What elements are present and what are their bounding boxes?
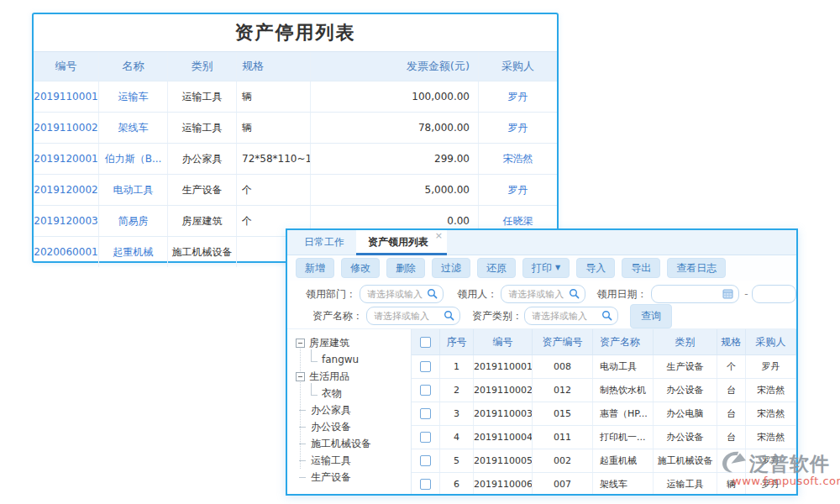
search-icon[interactable] — [601, 310, 612, 323]
row-checkbox[interactable] — [420, 432, 431, 443]
toolbar-button[interactable]: 还原 — [477, 258, 516, 278]
table-cell[interactable]: 伯力斯（B... — [99, 144, 168, 174]
checkbox-cell — [412, 449, 440, 472]
table-cell[interactable]: 011 — [533, 426, 593, 449]
table-cell[interactable]: 运输车 — [99, 81, 168, 112]
table-cell[interactable]: 宋浩然 — [479, 144, 557, 174]
table-cell[interactable]: 2019110006 — [474, 473, 533, 494]
tree-item[interactable]: 办公设备 — [296, 418, 411, 435]
table-cell[interactable]: 起重机械 — [593, 449, 654, 472]
close-icon[interactable]: × — [435, 231, 443, 241]
toolbar-button[interactable]: 导入 — [576, 258, 615, 278]
toolbar-button[interactable]: 查看日志 — [667, 258, 726, 278]
tree-item[interactable]: 运输工具 — [296, 452, 411, 469]
table-cell[interactable]: 宋浩然 — [746, 426, 796, 449]
table-cell[interactable]: 002 — [533, 449, 593, 472]
asset-type-input[interactable]: 请选择或输入 — [524, 307, 618, 325]
tree-item-label: 办公设备 — [311, 420, 351, 434]
search-icon[interactable] — [427, 288, 438, 302]
dept-input[interactable]: 请选择或输入 — [360, 285, 444, 303]
tree-item[interactable]: 生产设备 — [296, 469, 411, 486]
row-checkbox[interactable] — [420, 385, 431, 396]
table-cell: 78,000.00 — [311, 113, 479, 143]
collapse-icon[interactable] — [296, 372, 305, 381]
table-header-row: 序号编号资产编号资产名称类别规格采购人 — [412, 329, 796, 355]
date-range-separator: - — [744, 288, 748, 300]
collapse-icon[interactable] — [296, 339, 305, 348]
table-cell[interactable]: 2019120003 — [34, 206, 99, 236]
table-cell[interactable]: 架线车 — [99, 113, 168, 143]
table-cell: 5,000.00 — [311, 175, 479, 205]
table-cell[interactable]: 007 — [533, 473, 593, 494]
asset-name-input[interactable]: 请选择或输入 — [366, 307, 460, 325]
toolbar-button-label: 删除 — [396, 263, 416, 273]
table-cell[interactable]: 2020060001 — [34, 237, 99, 267]
tree-connector — [299, 427, 306, 428]
row-checkbox[interactable] — [420, 479, 431, 490]
table-cell[interactable]: 2019110002 — [34, 113, 99, 143]
table-cell[interactable]: 简易房 — [99, 206, 168, 236]
calendar-icon[interactable] — [722, 288, 733, 302]
toolbar-button-label: 过滤 — [441, 263, 461, 273]
table-cell[interactable]: 罗丹 — [479, 175, 557, 205]
table-cell[interactable]: 惠普（HP... — [593, 402, 654, 425]
toolbar-button[interactable]: 修改 — [341, 258, 380, 278]
toolbar-button[interactable]: 新增 — [296, 258, 334, 278]
table-cell[interactable]: 架线车 — [593, 473, 654, 494]
table-cell[interactable]: 电动工具 — [99, 175, 168, 205]
toolbar-button-label: 查看日志 — [676, 263, 717, 273]
select-all-checkbox[interactable] — [420, 337, 431, 348]
table-cell[interactable]: 起重机械 — [99, 237, 168, 267]
table-cell[interactable]: 2019110005 — [474, 449, 533, 472]
table-cell[interactable]: 2019110001 — [34, 81, 99, 112]
tree-connector — [299, 460, 306, 461]
row-checkbox[interactable] — [420, 361, 431, 372]
row-checkbox[interactable] — [420, 455, 431, 466]
tree-item[interactable]: 施工机械设备 — [296, 435, 411, 452]
table-cell: 办公家具 — [168, 144, 237, 174]
table-cell[interactable]: 罗丹 — [746, 355, 796, 378]
table-cell[interactable]: 宋浩然 — [746, 402, 796, 425]
table-cell[interactable]: 电动工具 — [593, 355, 654, 378]
table-header-row: 编号名称类别规格发票金额(元)采购人 — [34, 51, 557, 81]
table-cell[interactable]: 罗丹 — [479, 113, 557, 143]
toolbar-button[interactable]: 打印▼ — [522, 258, 570, 278]
table-cell[interactable]: 宋浩然 — [746, 379, 796, 402]
tab-daily-work[interactable]: 日常工作 — [292, 230, 356, 255]
user-input[interactable]: 请选择或输入 — [501, 285, 585, 303]
table-cell: 办公设备 — [654, 379, 717, 402]
date-to-input[interactable] — [752, 285, 797, 303]
tree-item[interactable]: fangwu — [307, 351, 411, 368]
table-cell: 办公电脑 — [654, 402, 717, 425]
filter-form: 领用部门： 请选择或输入 领用人： 请选择或输入 领用日期： - 资产名称： — [287, 281, 796, 329]
query-button[interactable]: 查询 — [630, 304, 672, 328]
column-header: 规格 — [237, 52, 311, 81]
table-cell[interactable]: 罗丹 — [479, 81, 557, 112]
toolbar-button[interactable]: 删除 — [386, 258, 425, 278]
search-icon[interactable] — [444, 310, 454, 323]
table-cell[interactable]: 2019110003 — [474, 402, 533, 425]
table-cell[interactable]: 打印机一... — [593, 426, 654, 449]
table-cell[interactable]: 2019110002 — [474, 379, 533, 402]
search-icon[interactable] — [569, 288, 580, 302]
table-cell[interactable]: 2019110001 — [474, 355, 533, 378]
table-cell: 4 — [440, 426, 474, 449]
table-cell[interactable]: 2019120002 — [34, 175, 99, 205]
column-header: 编号 — [34, 52, 99, 81]
tree-item[interactable]: 衣物 — [307, 385, 411, 402]
toolbar-button[interactable]: 过滤 — [432, 258, 470, 278]
table-cell[interactable]: 008 — [533, 355, 593, 378]
toolbar-button[interactable]: 导出 — [622, 258, 660, 278]
table-cell[interactable]: 2019110004 — [474, 426, 533, 449]
row-checkbox[interactable] — [420, 408, 431, 419]
tab-asset-requisition-list[interactable]: 资产领用列表 × — [356, 230, 447, 255]
table-cell[interactable]: 015 — [533, 402, 593, 425]
tree-item[interactable]: 办公家具 — [296, 402, 411, 418]
table-cell[interactable]: 012 — [533, 379, 593, 402]
dept-label: 领用部门： — [306, 287, 356, 302]
date-from-input[interactable] — [651, 285, 740, 303]
tree-connector — [311, 383, 318, 396]
tree-item-label: 房屋建筑 — [309, 336, 349, 350]
table-cell[interactable]: 制热饮水机 — [593, 379, 654, 402]
table-cell[interactable]: 2019120001 — [34, 144, 99, 174]
